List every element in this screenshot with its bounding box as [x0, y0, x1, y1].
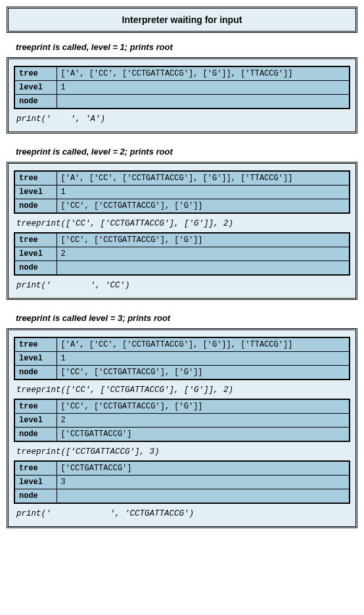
var-val-tree: ['A', ['CC', ['CCTGATTACCG'], ['G']], ['… — [57, 171, 350, 185]
table-row: tree ['CC', ['CCTGATTACCG'], ['G']] — [14, 399, 350, 414]
var-key-node: node — [14, 199, 57, 214]
table-row: node ['CC', ['CCTGATTACCG'], ['G']] — [14, 199, 350, 214]
var-key-level: level — [14, 247, 57, 261]
table-row: level 1 — [14, 352, 350, 366]
var-val-tree: ['CC', ['CCTGATTACCG'], ['G']] — [57, 399, 350, 414]
var-key-node: node — [14, 366, 57, 380]
code-line: treeprint(['CC', ['CCTGATTACCG'], ['G']]… — [14, 383, 350, 399]
code-line: treeprint(['CC', ['CCTGATTACCG'], ['G']]… — [14, 216, 350, 232]
section-title-1: treeprint is called, level = 1; prints r… — [16, 42, 357, 52]
interpreter-header: Interpreter waiting for input — [7, 7, 357, 33]
table-row: node — [14, 261, 350, 276]
section-title-3: treeprint is called level = 3; prints ro… — [16, 313, 357, 323]
var-key-level: level — [14, 352, 57, 366]
interpreter-header-text: Interpreter waiting for input — [122, 14, 242, 25]
var-val-tree: ['A', ['CC', ['CCTGATTACCG'], ['G']], ['… — [57, 66, 350, 81]
var-val-level: 1 — [57, 185, 350, 199]
code-line: print(' ', 'A') — [14, 112, 350, 128]
var-val-node — [57, 261, 350, 276]
var-val-tree: ['A', ['CC', ['CCTGATTACCG'], ['G']], ['… — [57, 337, 350, 352]
var-key-tree: tree — [14, 171, 57, 185]
var-val-level: 2 — [57, 247, 350, 261]
var-table: tree ['A', ['CC', ['CCTGATTACCG'], ['G']… — [14, 66, 350, 109]
var-key-node: node — [14, 428, 57, 442]
code-line: print(' ', 'CC') — [14, 278, 350, 294]
table-row: level 2 — [14, 414, 350, 428]
var-val-node: ['CC', ['CCTGATTACCG'], ['G']] — [57, 199, 350, 214]
var-table: tree ['CC', ['CCTGATTACCG'], ['G']] leve… — [14, 232, 350, 276]
var-key-tree: tree — [14, 399, 57, 414]
code-line: treeprint(['CCTGATTACCG'], 3) — [14, 445, 350, 460]
code-line: print(' ', 'CCTGATTACCG') — [14, 506, 350, 522]
frame-level-3: tree ['A', ['CC', ['CCTGATTACCG'], ['G']… — [7, 328, 357, 528]
table-row: node ['CCTGATTACCG'] — [14, 428, 350, 442]
table-row: node — [14, 95, 350, 109]
var-val-node — [57, 95, 350, 109]
frame-level-1: tree ['A', ['CC', ['CCTGATTACCG'], ['G']… — [7, 57, 357, 134]
table-row: level 3 — [14, 476, 350, 489]
section-title-2: treeprint is called, level = 2; prints r… — [16, 147, 357, 157]
var-key-node: node — [14, 261, 57, 276]
var-key-node: node — [14, 489, 57, 504]
table-row: level 2 — [14, 247, 350, 261]
table-row: tree ['A', ['CC', ['CCTGATTACCG'], ['G']… — [14, 66, 350, 81]
var-val-level: 1 — [57, 81, 350, 95]
var-table: tree ['CC', ['CCTGATTACCG'], ['G']] leve… — [14, 399, 350, 442]
var-table: tree ['CCTGATTACCG'] level 3 node — [14, 460, 350, 504]
var-val-node: ['CC', ['CCTGATTACCG'], ['G']] — [57, 366, 350, 380]
var-val-level: 3 — [57, 476, 350, 489]
var-val-tree: ['CCTGATTACCG'] — [57, 461, 350, 476]
var-val-node: ['CCTGATTACCG'] — [57, 428, 350, 442]
table-row: tree ['A', ['CC', ['CCTGATTACCG'], ['G']… — [14, 337, 350, 352]
var-val-level: 1 — [57, 352, 350, 366]
table-row: node — [14, 489, 350, 504]
var-table: tree ['A', ['CC', ['CCTGATTACCG'], ['G']… — [14, 170, 350, 214]
var-table: tree ['A', ['CC', ['CCTGATTACCG'], ['G']… — [14, 337, 350, 380]
table-row: tree ['CCTGATTACCG'] — [14, 461, 350, 476]
table-row: level 1 — [14, 185, 350, 199]
frame-level-2: tree ['A', ['CC', ['CCTGATTACCG'], ['G']… — [7, 162, 357, 300]
var-key-tree: tree — [14, 461, 57, 476]
table-row: tree ['CC', ['CCTGATTACCG'], ['G']] — [14, 233, 350, 247]
table-row: node ['CC', ['CCTGATTACCG'], ['G']] — [14, 366, 350, 380]
var-key-level: level — [14, 476, 57, 489]
var-val-level: 2 — [57, 414, 350, 428]
var-key-tree: tree — [14, 233, 57, 247]
var-val-tree: ['CC', ['CCTGATTACCG'], ['G']] — [57, 233, 350, 247]
table-row: tree ['A', ['CC', ['CCTGATTACCG'], ['G']… — [14, 171, 350, 185]
var-key-level: level — [14, 81, 57, 95]
var-val-node — [57, 489, 350, 504]
var-key-tree: tree — [14, 66, 57, 81]
var-key-node: node — [14, 95, 57, 109]
var-key-level: level — [14, 185, 57, 199]
var-key-tree: tree — [14, 337, 57, 352]
var-key-level: level — [14, 414, 57, 428]
table-row: level 1 — [14, 81, 350, 95]
